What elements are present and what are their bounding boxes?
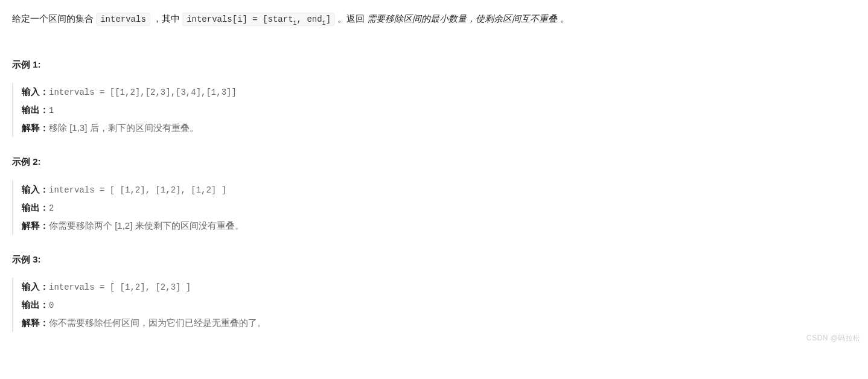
- code-interval-i: intervals[i] = [starti, endi]: [182, 13, 335, 26]
- intro-text-4: 。: [560, 13, 569, 24]
- intro-text-3: 。返回: [335, 13, 367, 24]
- example-3: 示例 3: 输入：intervals = [ [1,2], [2,3] ] 输出…: [12, 252, 856, 333]
- explain-label: 解释：: [22, 123, 49, 133]
- output-row: 输出：1: [22, 101, 856, 119]
- output-value: 2: [49, 203, 54, 213]
- intro-text-1: 给定一个区间的集合: [12, 13, 96, 24]
- input-row: 输入：intervals = [ [1,2], [2,3] ]: [22, 278, 856, 296]
- explain-value: 移除 [1,3] 后，剩下的区间没有重叠。: [49, 123, 199, 133]
- watermark: CSDN @码拉松: [806, 332, 861, 344]
- explain-value: 你不需要移除任何区间，因为它们已经是无重叠的了。: [49, 317, 266, 328]
- input-row: 输入：intervals = [ [1,2], [1,2], [1,2] ]: [22, 180, 856, 199]
- example-2: 示例 2: 输入：intervals = [ [1,2], [1,2], [1,…: [12, 154, 856, 235]
- explain-label: 解释：: [22, 317, 49, 328]
- example-block: 输入：intervals = [ [1,2], [1,2], [1,2] ] 输…: [12, 180, 856, 235]
- intro-italic: 需要移除区间的最小数量，使剩余区间互不重叠: [367, 13, 560, 24]
- example-title: 示例 2:: [12, 154, 856, 170]
- input-row: 输入：intervals = [[1,2],[2,3],[3,4],[1,3]]: [22, 83, 856, 101]
- problem-intro: 给定一个区间的集合 intervals ，其中 intervals[i] = […: [12, 11, 856, 28]
- example-block: 输入：intervals = [ [1,2], [2,3] ] 输出：0 解释：…: [12, 278, 856, 332]
- explain-label: 解释：: [22, 220, 49, 231]
- input-label: 输入：: [22, 281, 49, 291]
- output-row: 输出：2: [22, 199, 856, 217]
- input-value: intervals = [ [1,2], [1,2], [1,2] ]: [49, 185, 226, 195]
- explain-value: 你需要移除两个 [1,2] 来使剩下的区间没有重叠。: [49, 220, 244, 231]
- input-value: intervals = [ [1,2], [2,3] ]: [49, 282, 191, 292]
- explain-row: 解释：移除 [1,3] 后，剩下的区间没有重叠。: [22, 119, 856, 137]
- output-value: 0: [49, 301, 54, 310]
- explain-row: 解释：你需要移除两个 [1,2] 来使剩下的区间没有重叠。: [22, 217, 856, 235]
- explain-row: 解释：你不需要移除任何区间，因为它们已经是无重叠的了。: [22, 314, 856, 332]
- input-label: 输入：: [22, 184, 49, 194]
- output-value: 1: [49, 106, 54, 115]
- input-label: 输入：: [22, 86, 49, 97]
- example-1: 示例 1: 输入：intervals = [[1,2],[2,3],[3,4],…: [12, 57, 856, 138]
- input-value: intervals = [[1,2],[2,3],[3,4],[1,3]]: [49, 88, 237, 97]
- output-label: 输出：: [22, 202, 49, 212]
- output-row: 输出：0: [22, 296, 856, 314]
- example-title: 示例 3:: [12, 252, 856, 267]
- intro-text-2: ，其中: [150, 13, 182, 24]
- example-title: 示例 1:: [12, 57, 856, 72]
- example-block: 输入：intervals = [[1,2],[2,3],[3,4],[1,3]]…: [12, 83, 856, 137]
- output-label: 输出：: [22, 104, 49, 115]
- code-intervals: intervals: [96, 13, 150, 26]
- output-label: 输出：: [22, 299, 49, 310]
